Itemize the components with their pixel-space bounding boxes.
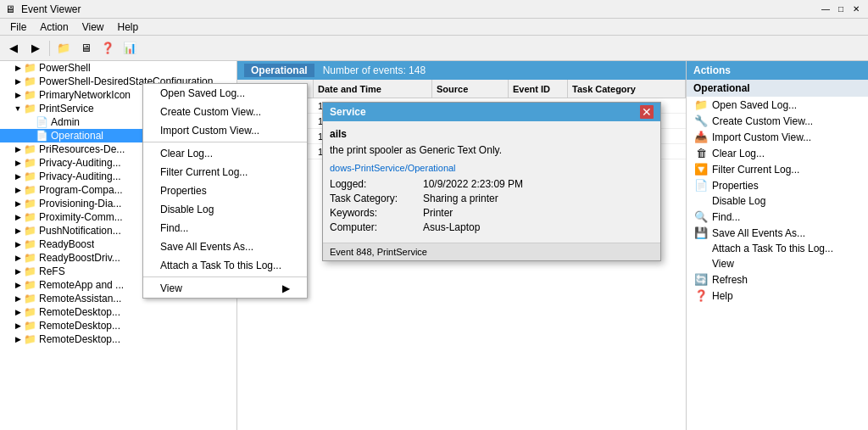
minimize-button[interactable]: —: [819, 3, 832, 15]
app-icon: 🖥: [5, 3, 17, 15]
tree-label: RemoteDesktop...: [39, 333, 120, 345]
forward-button[interactable]: ▶: [25, 39, 46, 58]
field-value-logged: 10/9/2022 2:23:09 PM: [423, 178, 523, 190]
titlebar-controls: — □ ✕: [819, 3, 863, 15]
action-label: Attach a Task To this Log...: [712, 243, 833, 254]
clear-icon: 🗑: [693, 147, 709, 159]
menu-action[interactable]: Action: [33, 20, 75, 34]
back-button[interactable]: ◀: [3, 39, 24, 58]
action-find[interactable]: 🔍 Find...: [687, 209, 868, 225]
ctx-attach-task[interactable]: Attach a Task To this Log...: [143, 256, 307, 275]
col-eventid[interactable]: Event ID: [509, 80, 568, 98]
close-button[interactable]: ✕: [849, 3, 863, 15]
action-import-custom-view[interactable]: 📥 Import Custom View...: [687, 129, 868, 145]
action-refresh[interactable]: 🔄 Refresh: [687, 271, 868, 288]
ctx-properties[interactable]: Properties: [143, 181, 307, 200]
tree-label: ReadyBoostDriv...: [39, 252, 120, 264]
col-source[interactable]: Source: [432, 80, 509, 98]
action-properties[interactable]: 📄 Properties: [687, 177, 868, 193]
ctx-view[interactable]: View ▶: [143, 279, 307, 298]
toolbar: ◀ ▶ 📁 🖥 ❓ 📊: [0, 36, 868, 61]
tree-item-powershell[interactable]: ▶ 📁 PowerShell: [0, 61, 236, 75]
ctx-find[interactable]: Find...: [143, 219, 307, 237]
col-taskcategory[interactable]: Task Category: [568, 80, 686, 98]
tree-label: PushNotification...: [39, 225, 121, 237]
field-label-computer: Computer:: [330, 221, 423, 233]
ctx-disable-log[interactable]: Disable Log: [143, 200, 307, 219]
chevron-icon: ▶: [12, 226, 24, 235]
dialog-close-button[interactable]: ✕: [640, 105, 654, 119]
detail-dialog: Service ✕ ails the print spooler as Gene…: [322, 102, 661, 261]
action-label: Disable Log: [712, 195, 765, 207]
folder-icon: 📁: [693, 98, 709, 111]
tree-label: RemoteApp and ...: [39, 279, 124, 291]
dialog-title: Service: [330, 106, 366, 118]
titlebar-title: Event Viewer: [21, 3, 819, 15]
action-clear-log[interactable]: 🗑 Clear Log...: [687, 145, 868, 161]
import-icon: 📥: [693, 131, 709, 143]
chevron-icon: ▶: [12, 213, 24, 221]
action-save-all-events[interactable]: 💾 Save All Events As...: [687, 225, 868, 241]
action-label: Clear Log...: [712, 148, 765, 159]
folder-icon: 📁: [24, 170, 36, 182]
open-log-button[interactable]: 📁: [53, 39, 74, 58]
tree-label: PrintService: [39, 103, 94, 114]
action-label: View: [712, 258, 734, 270]
actions-header: Actions: [687, 61, 868, 80]
titlebar: 🖥 Event Viewer — □ ✕: [0, 0, 868, 19]
chevron-icon: ▶: [12, 77, 24, 86]
ctx-clear-log[interactable]: Clear Log...: [143, 144, 307, 163]
ctx-create-custom-view[interactable]: Create Custom View...: [143, 103, 307, 121]
action-disable-log[interactable]: Disable Log: [687, 193, 868, 209]
action-label: Properties: [712, 180, 759, 192]
action-open-saved-log[interactable]: 📁 Open Saved Log...: [687, 97, 868, 113]
log-icon: 📄: [36, 116, 48, 128]
log-icon: 📄: [36, 130, 48, 142]
help-button[interactable]: ❓: [97, 39, 118, 58]
operational-label: Operational: [244, 64, 314, 77]
chevron-icon: ▼: [12, 104, 24, 113]
col-datetime[interactable]: Date and Time: [314, 80, 432, 98]
tree-label: RemoteDesktop...: [39, 306, 120, 318]
chart-button[interactable]: 📊: [120, 39, 140, 58]
menu-view[interactable]: View: [75, 20, 111, 34]
folder-icon: 📁: [24, 265, 36, 277]
dialog-field-logged: Logged: 10/9/2022 2:23:09 PM: [330, 178, 654, 190]
tree-item-remotedesktop1[interactable]: ▶ 📁 RemoteDesktop...: [0, 305, 236, 319]
ctx-save-all-events[interactable]: Save All Events As...: [143, 237, 307, 256]
action-view[interactable]: View: [687, 256, 868, 271]
folder-icon: 📁: [24, 89, 36, 101]
tree-item-remotedesktop3[interactable]: ▶ 📁 RemoteDesktop...: [0, 332, 236, 346]
tree-label: Privacy-Auditing...: [39, 157, 121, 169]
menubar: File Action View Help: [0, 19, 868, 36]
folder-icon: 📁: [24, 184, 36, 196]
arrow-icon: ▶: [282, 282, 290, 294]
filter-icon: 🔧: [693, 114, 709, 127]
chevron-icon: ▶: [12, 294, 24, 303]
menu-file[interactable]: File: [3, 20, 33, 34]
ctx-import-custom-view[interactable]: Import Custom View...: [143, 121, 307, 140]
chevron-icon: ▶: [12, 281, 24, 289]
dialog-url[interactable]: dows-PrintService/Operational: [330, 163, 654, 173]
tree-label: PowerShell: [39, 62, 91, 74]
operational-header: Operational Number of events: 148: [237, 61, 686, 80]
action-attach-task[interactable]: Attach a Task To this Log...: [687, 241, 868, 256]
action-create-custom-view[interactable]: 🔧 Create Custom View...: [687, 113, 868, 129]
menu-help[interactable]: Help: [111, 20, 146, 34]
context-menu: Open Saved Log... Create Custom View... …: [142, 83, 308, 299]
action-label: Save All Events As...: [712, 227, 805, 239]
dialog-description: the print spooler as Generic Text Only.: [330, 143, 654, 158]
action-filter-current-log[interactable]: 🔽 Filter Current Log...: [687, 161, 868, 177]
ctx-filter-current-log[interactable]: Filter Current Log...: [143, 163, 307, 181]
maximize-button[interactable]: □: [834, 3, 848, 15]
ctx-open-saved-log[interactable]: Open Saved Log...: [143, 84, 307, 103]
chevron-icon: ▶: [12, 159, 24, 167]
tree-label: Admin: [51, 116, 80, 128]
toolbar-separator-1: [49, 41, 50, 56]
action-help[interactable]: ❓ Help: [687, 288, 868, 304]
actions-section-operational: Operational: [687, 80, 868, 97]
dialog-fields: Logged: 10/9/2022 2:23:09 PM Task Catego…: [330, 178, 654, 233]
tree-item-remotedesktop2[interactable]: ▶ 📁 RemoteDesktop...: [0, 319, 236, 332]
computer-button[interactable]: 🖥: [75, 39, 96, 58]
ctx-separator-2: [143, 276, 307, 277]
